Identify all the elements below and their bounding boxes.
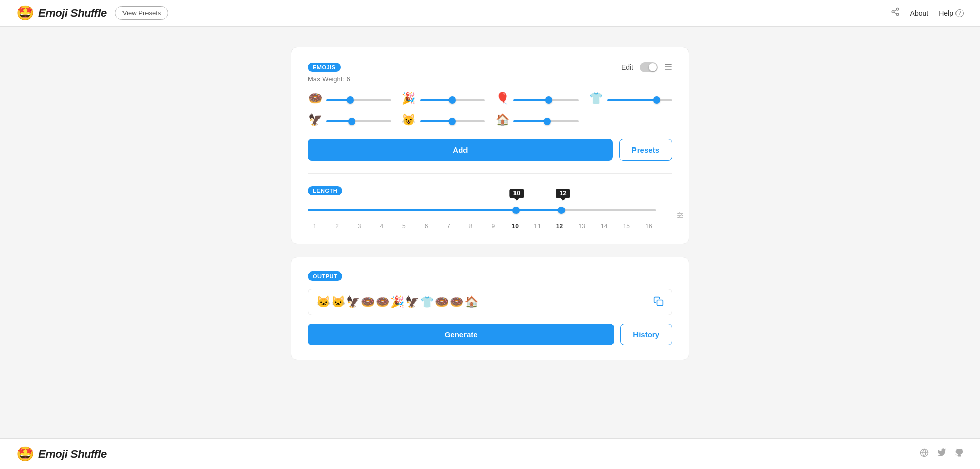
range-label-3: 3 bbox=[353, 223, 365, 230]
range-label-6: 6 bbox=[420, 223, 432, 230]
history-button[interactable]: History bbox=[620, 324, 672, 345]
range-label-10: 10 bbox=[509, 223, 521, 230]
range-label-13: 13 bbox=[576, 223, 588, 230]
range-label-12: 12 bbox=[554, 223, 566, 230]
slider-container-5 bbox=[420, 115, 485, 125]
footer: 🤩 Emoji Shuffle bbox=[0, 438, 980, 469]
emoji-slider-row-3: 👕 bbox=[589, 92, 673, 105]
about-link[interactable]: About bbox=[910, 9, 929, 17]
help-circle-icon: ? bbox=[955, 9, 964, 17]
emoji-icon-6: 🏠 bbox=[495, 113, 509, 127]
length-settings-icon[interactable] bbox=[676, 211, 684, 221]
emojis-section-header: EMOJIS Edit ☰ bbox=[308, 62, 672, 73]
menu-icon[interactable]: ☰ bbox=[664, 62, 672, 73]
emojis-controls: Edit ☰ bbox=[621, 62, 672, 73]
output-section-header: OUTPUT bbox=[308, 271, 672, 281]
range-label-4: 4 bbox=[376, 223, 388, 230]
range-label-2: 2 bbox=[331, 223, 344, 230]
range-label-7: 7 bbox=[443, 223, 455, 230]
toggle-knob bbox=[649, 63, 657, 71]
slider-container-1 bbox=[420, 94, 485, 103]
slider-container-0 bbox=[326, 94, 391, 103]
range-label-16: 16 bbox=[643, 223, 655, 230]
emoji-slider-row-5: 😺 bbox=[402, 113, 485, 127]
emoji-slider-row-6: 🏠 bbox=[495, 113, 579, 127]
svg-point-8 bbox=[679, 213, 680, 214]
divider bbox=[308, 173, 672, 174]
svg-rect-11 bbox=[657, 300, 663, 305]
emoji-icon-0: 🍩 bbox=[308, 92, 322, 105]
output-text-box: 🐱🐱🦅🍩🍩🎉🦅👕🍩🍩🏠 bbox=[308, 289, 672, 315]
range-label-9: 9 bbox=[487, 223, 499, 230]
length-section: LENGTH 10 12 1 2 3 bbox=[308, 186, 672, 230]
generate-button[interactable]: Generate bbox=[308, 324, 614, 345]
emoji-slider-row-4: 🦅 bbox=[308, 113, 391, 127]
footer-icons bbox=[920, 448, 964, 460]
twitter-icon[interactable] bbox=[937, 448, 946, 460]
slider-container-6 bbox=[513, 115, 579, 125]
main-content: EMOJIS Edit ☰ Max Weight: 6 🍩 🎉 bbox=[0, 27, 980, 438]
emojis-action-row: Add Presets bbox=[308, 139, 672, 161]
emoji-icon-4: 🦅 bbox=[308, 113, 322, 127]
header: 🤩 Emoji Shuffle View Presets About Help … bbox=[0, 0, 980, 27]
range-label-15: 15 bbox=[620, 223, 632, 230]
range-label-11: 11 bbox=[531, 223, 544, 230]
output-emojis: 🐱🐱🦅🍩🍩🎉🦅👕🍩🍩🏠 bbox=[316, 295, 479, 309]
help-link[interactable]: Help ? bbox=[939, 9, 964, 17]
svg-line-3 bbox=[894, 12, 896, 14]
presets-button[interactable]: Presets bbox=[619, 139, 672, 161]
output-card: OUTPUT 🐱🐱🦅🍩🍩🎉🦅👕🍩🍩🏠 Generate History bbox=[291, 257, 689, 360]
svg-line-4 bbox=[894, 10, 896, 11]
emojis-badge: EMOJIS bbox=[308, 63, 341, 72]
emoji-icon-2: 🎈 bbox=[495, 92, 509, 105]
length-track bbox=[308, 209, 656, 211]
svg-point-9 bbox=[681, 215, 682, 216]
add-button[interactable]: Add bbox=[308, 139, 613, 161]
footer-logo: 🤩 Emoji Shuffle bbox=[16, 447, 107, 461]
emoji-slider-3[interactable] bbox=[607, 99, 673, 101]
emoji-slider-row-1: 🎉 bbox=[402, 92, 485, 105]
emoji-slider-row-0: 🍩 bbox=[308, 92, 391, 105]
footer-logo-emoji: 🤩 bbox=[16, 447, 34, 461]
emoji-slider-4[interactable] bbox=[326, 120, 391, 122]
globe-icon[interactable] bbox=[920, 448, 929, 460]
length-slider-container: 10 12 bbox=[308, 203, 656, 217]
emoji-sliders-grid: 🍩 🎉 🎈 👕 bbox=[308, 92, 672, 127]
length-badge: LENGTH bbox=[308, 186, 342, 195]
view-presets-button[interactable]: View Presets bbox=[115, 6, 169, 20]
emoji-icon-1: 🎉 bbox=[402, 92, 416, 105]
footer-logo-text: Emoji Shuffle bbox=[38, 448, 107, 461]
max-weight-label: Max Weight: 6 bbox=[308, 75, 672, 83]
range-label-14: 14 bbox=[598, 223, 610, 230]
logo-text: Emoji Shuffle bbox=[38, 7, 107, 20]
range-label-8: 8 bbox=[464, 223, 477, 230]
github-icon[interactable] bbox=[954, 448, 964, 460]
emoji-slider-0[interactable] bbox=[326, 99, 391, 101]
range-label-1: 1 bbox=[309, 223, 321, 230]
range-label-5: 5 bbox=[398, 223, 410, 230]
emoji-slider-5[interactable] bbox=[420, 120, 485, 122]
length-max-tooltip: 12 bbox=[556, 189, 570, 198]
emoji-slider-1[interactable] bbox=[420, 99, 485, 101]
svg-point-10 bbox=[679, 217, 680, 218]
copy-button[interactable] bbox=[653, 296, 664, 309]
emoji-slider-6[interactable] bbox=[513, 120, 579, 122]
header-nav: About Help ? bbox=[891, 7, 964, 19]
output-badge: OUTPUT bbox=[308, 271, 342, 281]
length-fill bbox=[517, 209, 563, 211]
slider-container-2 bbox=[513, 94, 579, 103]
output-action-row: Generate History bbox=[308, 324, 672, 345]
emojis-card: EMOJIS Edit ☰ Max Weight: 6 🍩 🎉 bbox=[291, 47, 689, 244]
edit-toggle[interactable] bbox=[640, 62, 658, 72]
emoji-icon-5: 😺 bbox=[402, 113, 416, 127]
share-icon[interactable] bbox=[891, 7, 900, 19]
emoji-slider-row-2: 🎈 bbox=[495, 92, 579, 105]
edit-label: Edit bbox=[621, 63, 633, 71]
slider-container-4 bbox=[326, 115, 391, 125]
emoji-slider-2[interactable] bbox=[513, 99, 579, 101]
emoji-icon-3: 👕 bbox=[589, 92, 603, 105]
range-labels: 1 2 3 4 5 6 7 8 9 10 11 12 13 14 15 16 bbox=[308, 223, 656, 230]
logo-emoji: 🤩 bbox=[16, 6, 34, 20]
length-min-tooltip: 10 bbox=[510, 189, 524, 198]
slider-container-3 bbox=[607, 94, 673, 103]
